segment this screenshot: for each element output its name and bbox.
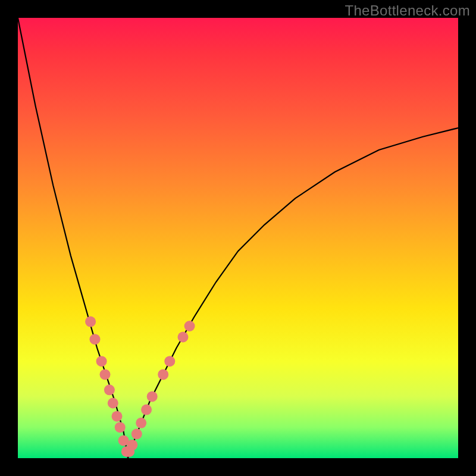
plot-area	[18, 18, 458, 458]
marker-bead	[136, 418, 146, 428]
marker-bead	[164, 356, 175, 367]
marker-bead	[96, 356, 107, 367]
marker-bead	[131, 428, 142, 439]
marker-bead	[147, 391, 158, 402]
bottleneck-curve	[18, 18, 458, 458]
marker-bead	[100, 369, 111, 380]
marker-bead	[85, 317, 96, 327]
watermark-text: TheBottleneck.com	[345, 2, 470, 19]
marker-bead	[108, 398, 118, 409]
marker-bead	[158, 369, 168, 380]
marker-bead	[178, 332, 189, 343]
marker-bead	[112, 411, 123, 422]
marker-bead	[90, 334, 101, 345]
marker-bead	[115, 422, 126, 433]
marker-bead	[104, 384, 115, 395]
curve-svg	[18, 18, 458, 458]
outer-frame: TheBottleneck.com	[0, 0, 476, 476]
marker-bead	[127, 440, 137, 450]
marker-bead	[184, 321, 195, 331]
marker-group	[85, 317, 195, 457]
marker-bead	[141, 405, 152, 415]
